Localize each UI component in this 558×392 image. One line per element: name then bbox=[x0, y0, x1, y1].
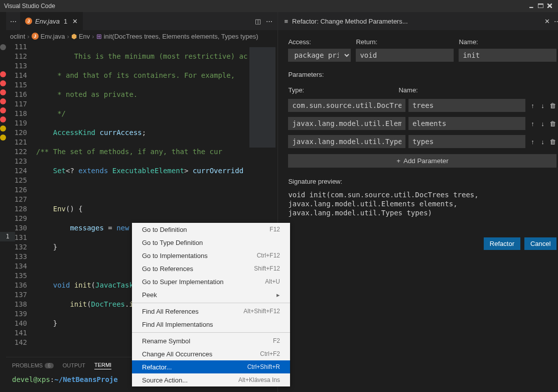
label-signature-preview: Signature preview: bbox=[288, 178, 556, 185]
label-parameters: Parameters: bbox=[288, 71, 556, 78]
label-name: Name: bbox=[459, 38, 556, 46]
cm-go-to-references[interactable]: Go to ReferencesShift+F12 bbox=[132, 262, 290, 275]
move-down-icon[interactable]: ↓ bbox=[538, 102, 546, 109]
param-row: ↑ ↓ 🗑 bbox=[288, 117, 556, 130]
delete-icon[interactable]: 🗑 bbox=[548, 138, 556, 146]
delete-icon[interactable]: 🗑 bbox=[548, 102, 556, 109]
problems-count-badge: 6 bbox=[45, 363, 54, 368]
gutter-dot bbox=[0, 80, 6, 86]
close-icon[interactable]: 🗙 bbox=[545, 3, 554, 10]
plus-icon: + bbox=[396, 157, 400, 165]
param-name-input[interactable] bbox=[408, 135, 526, 148]
cm-find-all-references[interactable]: Find All ReferencesAlt+Shift+F12 bbox=[132, 305, 290, 318]
gutter-dot bbox=[0, 116, 6, 122]
cm-source-action[interactable]: Source Action...Alt+Klávesa Ins bbox=[132, 373, 290, 386]
minimize-icon[interactable]: 🗕 bbox=[527, 3, 536, 10]
move-down-icon[interactable]: ↓ bbox=[538, 138, 546, 146]
prompt-path: ~/NetBeansProje bbox=[54, 375, 117, 383]
move-up-icon[interactable]: ↑ bbox=[528, 102, 536, 109]
breadcrumb-file[interactable]: Env.java bbox=[41, 33, 65, 40]
gutter-dot bbox=[0, 98, 6, 104]
cm-rename-symbol[interactable]: Rename SymbolF2 bbox=[132, 334, 290, 347]
refactor-button[interactable]: Refactor bbox=[484, 237, 520, 250]
delete-icon[interactable]: 🗑 bbox=[548, 120, 556, 127]
move-up-icon[interactable]: ↑ bbox=[528, 120, 536, 127]
param-type-input[interactable] bbox=[288, 117, 405, 130]
cm-go-to-definition[interactable]: Go to DefinitionF12 bbox=[132, 223, 290, 236]
cm-peek[interactable]: Peek▸ bbox=[132, 288, 290, 301]
cancel-button[interactable]: Cancel bbox=[524, 237, 556, 250]
gutter-dot bbox=[0, 71, 6, 77]
return-input[interactable] bbox=[356, 49, 454, 62]
tab-close-icon[interactable]: ✕ bbox=[72, 18, 78, 25]
breadcrumb[interactable]: oclint › J Env.java › ⬢ Env › ⊞ init(Doc… bbox=[6, 30, 277, 42]
titlebar: Visual Studio Code 🗕 🗖 🗙 bbox=[0, 0, 558, 12]
tab-overflow-icon[interactable]: ⋯ bbox=[6, 18, 20, 25]
split-editor-icon[interactable]: ◫ bbox=[255, 18, 261, 25]
tab-env-java[interactable]: J Env.java 1 ✕ bbox=[20, 12, 83, 30]
tab-filename: Env.java bbox=[35, 18, 60, 25]
param-name-input[interactable] bbox=[408, 117, 526, 130]
gutter-dot bbox=[0, 107, 6, 113]
breadcrumb-method[interactable]: init(DocTrees trees, Elements elements, … bbox=[104, 33, 258, 40]
java-file-icon: J bbox=[25, 18, 32, 25]
maximize-icon[interactable]: 🗖 bbox=[536, 3, 545, 10]
add-parameter-button[interactable]: + Add Parameter bbox=[288, 154, 556, 168]
gutter-dot bbox=[0, 89, 6, 95]
editor-more-icon[interactable]: ⋯ bbox=[266, 18, 272, 25]
list-icon: ≡ bbox=[284, 18, 288, 25]
refactor-panel: ≡ Refactor: Change Method Parameters... … bbox=[278, 12, 558, 392]
signature-preview: void init(com.sun.source.util.DocTrees t… bbox=[288, 190, 556, 217]
param-name-input[interactable] bbox=[408, 99, 526, 112]
window-title: Visual Studio Code bbox=[4, 3, 527, 10]
line-numbers: 111112113114 115116117118 119120121122 1… bbox=[6, 42, 36, 357]
panel-title: Refactor: Change Method Parameters... bbox=[292, 18, 540, 25]
cm-refactor[interactable]: Refactor...Ctrl+Shift+R bbox=[132, 360, 290, 373]
cm-go-to-implementations[interactable]: Go to ImplementationsCtrl+F12 bbox=[132, 249, 290, 262]
chevron-right-icon: ▸ bbox=[276, 291, 280, 299]
param-row: ↑ ↓ 🗑 bbox=[288, 99, 556, 112]
param-type-input[interactable] bbox=[288, 99, 405, 112]
param-row: ↑ ↓ 🗑 bbox=[288, 135, 556, 148]
tab-problems[interactable]: PROBLEMS6 bbox=[12, 362, 54, 368]
label-type: Type: bbox=[288, 86, 393, 94]
label-access: Access: bbox=[288, 38, 351, 46]
current-line-gutter: 1 bbox=[0, 232, 15, 241]
move-down-icon[interactable]: ↓ bbox=[538, 120, 546, 127]
tab-terminal[interactable]: TERMI bbox=[94, 362, 111, 369]
tab-modified-badge: 1 bbox=[64, 18, 67, 25]
tabs-row: ⋯ J Env.java 1 ✕ ◫ ⋯ bbox=[6, 12, 277, 30]
cm-separator bbox=[132, 303, 290, 303]
gutter-dot bbox=[0, 125, 6, 132]
java-file-icon: J bbox=[32, 33, 39, 40]
prompt-user: devel@xps bbox=[12, 375, 50, 383]
access-select[interactable]: package private bbox=[288, 49, 351, 62]
gutter-dot bbox=[0, 44, 6, 50]
tab-output[interactable]: OUTPUT bbox=[63, 362, 85, 368]
gutter-dot bbox=[0, 135, 6, 141]
breadcrumb-folder[interactable]: oclint bbox=[10, 33, 25, 40]
breadcrumb-class[interactable]: Env bbox=[79, 33, 90, 40]
param-type-input[interactable] bbox=[288, 135, 405, 148]
cm-go-to-type-definition[interactable]: Go to Type Definition bbox=[132, 236, 290, 249]
label-return: Return: bbox=[356, 38, 454, 46]
cm-find-all-implementations[interactable]: Find All Implementations bbox=[132, 318, 290, 331]
cm-go-to-super[interactable]: Go to Super ImplementationAlt+U bbox=[132, 275, 290, 288]
context-menu: Go to DefinitionF12 Go to Type Definitio… bbox=[132, 223, 290, 386]
panel-more-icon[interactable]: ⋯ bbox=[554, 18, 558, 25]
name-input[interactable] bbox=[459, 49, 556, 62]
label-pname: Name: bbox=[398, 86, 417, 94]
close-panel-icon[interactable]: ✕ bbox=[544, 18, 550, 25]
gutter-bar bbox=[0, 12, 6, 392]
move-up-icon[interactable]: ↑ bbox=[528, 138, 536, 146]
cm-change-all-occurrences[interactable]: Change All OccurrencesCtrl+F2 bbox=[132, 347, 290, 360]
cm-separator bbox=[132, 332, 290, 333]
